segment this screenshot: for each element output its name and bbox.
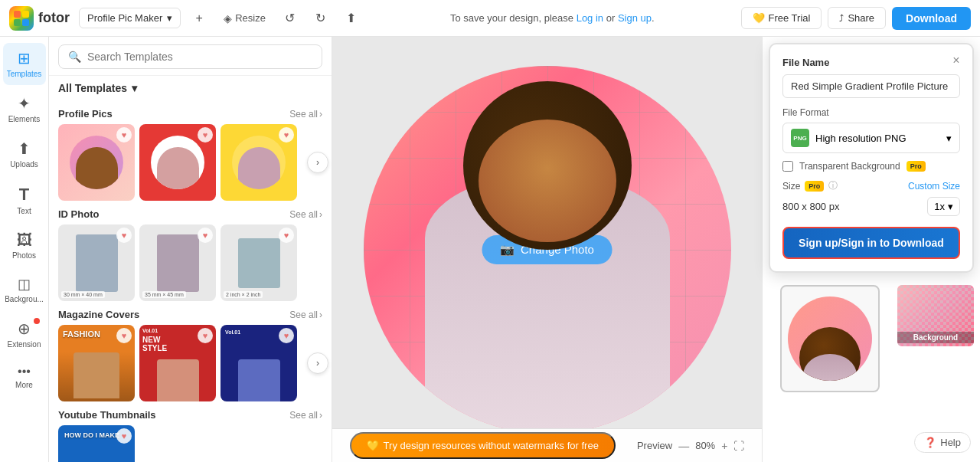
size-value: 800 x 800 px bbox=[782, 201, 839, 212]
sidebar-item-extension[interactable]: ⊕ Extension bbox=[3, 313, 46, 356]
favorite-icon[interactable]: ♥ bbox=[279, 328, 294, 343]
transparent-bg-row: Transparent Background Pro bbox=[782, 161, 960, 172]
download-dialog: × File Name File Format PNG High resolut… bbox=[769, 43, 974, 273]
favorite-icon[interactable]: ♥ bbox=[198, 328, 213, 343]
preview-card bbox=[780, 285, 880, 392]
redo-button[interactable]: ↻ bbox=[309, 6, 333, 31]
favorite-icon[interactable]: ♥ bbox=[116, 127, 132, 143]
sidebar-item-photos[interactable]: 🖼 Photos bbox=[3, 225, 46, 267]
free-trial-button[interactable]: 💛 Free Trial bbox=[741, 7, 822, 29]
size-pro-badge: Pro bbox=[805, 181, 824, 192]
sidebar-item-templates[interactable]: ⊞ Templates bbox=[3, 43, 46, 85]
profile-pics-grid: ♥ ♥ ♥ › bbox=[58, 124, 322, 201]
youtube-see-all[interactable]: See all › bbox=[289, 410, 322, 421]
next-magazine-button[interactable]: › bbox=[307, 352, 328, 374]
format-select[interactable]: PNG High resolution PNG ▾ bbox=[782, 123, 960, 153]
try-design-button[interactable]: 💛 Try design resources without watermark… bbox=[350, 432, 616, 459]
search-icon: 🔍 bbox=[68, 51, 81, 63]
favorite-icon[interactable]: ♥ bbox=[116, 428, 132, 444]
id-photo-title: ID Photo bbox=[58, 208, 99, 220]
profile-pics-see-all[interactable]: See all › bbox=[289, 109, 322, 120]
template-thumb[interactable]: Vol.01 NEWSTYLE ♥ bbox=[139, 325, 216, 401]
sidebar-item-label: Photos bbox=[12, 251, 36, 260]
extension-icon: ⊕ bbox=[18, 319, 31, 338]
id-photo-see-all[interactable]: See all › bbox=[289, 209, 322, 220]
add-button[interactable]: + bbox=[187, 6, 211, 31]
resize-button[interactable]: ◈ Resize bbox=[217, 6, 272, 31]
next-profile-pics-button[interactable]: › bbox=[307, 152, 328, 173]
sidebar-item-background[interactable]: ◫ Backgrou... bbox=[3, 270, 46, 310]
sidebar-item-uploads[interactable]: ⬆ Uploads bbox=[3, 133, 46, 175]
template-thumb[interactable]: ♥ bbox=[139, 124, 216, 201]
file-name-label: File Name bbox=[782, 57, 960, 68]
sidebar-item-label: More bbox=[15, 381, 33, 390]
id-size-label: 2 inch × 2 inch bbox=[224, 291, 263, 298]
favorite-icon[interactable]: ♥ bbox=[198, 127, 213, 143]
tool-selector[interactable]: Profile Pic Maker ▾ bbox=[79, 8, 181, 28]
search-input[interactable] bbox=[87, 51, 312, 63]
sidebar-item-text[interactable]: T Text bbox=[3, 179, 46, 222]
signup-link[interactable]: Sign up bbox=[618, 12, 652, 24]
sidebar-item-label: Uploads bbox=[10, 160, 38, 169]
sidebar-item-label: Text bbox=[17, 207, 31, 216]
custom-size-link[interactable]: Custom Size bbox=[908, 181, 960, 192]
all-templates-header[interactable]: All Templates ▾ bbox=[49, 76, 332, 97]
help-button[interactable]: ❓ Help bbox=[914, 432, 971, 453]
template-thumb[interactable]: ♥ bbox=[58, 124, 135, 201]
templates-scroll: Profile Pics See all › ♥ ♥ bbox=[49, 97, 332, 462]
favorite-icon[interactable]: ♥ bbox=[279, 228, 294, 243]
zoom-out-button[interactable]: — bbox=[678, 440, 689, 452]
cloud-upload-icon: ⬆ bbox=[346, 11, 356, 25]
templates-panel: 🔍 All Templates ▾ Profile Pics See all › bbox=[49, 37, 332, 462]
background-label: Background bbox=[897, 332, 974, 343]
magazine-see-all[interactable]: See all › bbox=[289, 310, 322, 320]
template-thumb[interactable]: ♥ bbox=[220, 124, 297, 201]
magazine-grid: FASHION ♥ Vol.01 NEWSTYLE ♥ Vol.01 bbox=[58, 325, 322, 401]
size-row: Size Pro ⓘ Custom Size bbox=[782, 179, 960, 192]
download-button[interactable]: Download bbox=[892, 7, 971, 30]
chevron-down-icon: ▾ bbox=[946, 133, 952, 144]
logo-area[interactable]: fotor bbox=[9, 6, 70, 31]
sidebar-item-more[interactable]: ••• More bbox=[3, 359, 46, 396]
undo-button[interactable]: ↺ bbox=[278, 6, 302, 31]
favorite-icon[interactable]: ♥ bbox=[116, 228, 132, 243]
template-thumb[interactable]: HOW DO I MAKE ♥ bbox=[58, 425, 135, 462]
favorite-icon[interactable]: ♥ bbox=[116, 328, 132, 343]
transparent-bg-label: Transparent Background bbox=[799, 161, 900, 172]
youtube-grid: HOW DO I MAKE ♥ bbox=[58, 425, 322, 462]
file-name-input[interactable] bbox=[782, 74, 960, 98]
zoom-in-button[interactable]: + bbox=[721, 440, 727, 452]
scale-select[interactable]: 1x ▾ bbox=[927, 197, 960, 216]
sidebar-item-elements[interactable]: ✦ Elements bbox=[3, 88, 46, 130]
fullscreen-button[interactable]: ⛶ bbox=[733, 440, 744, 452]
favorite-icon[interactable]: ♥ bbox=[279, 127, 294, 143]
uploads-icon: ⬆ bbox=[18, 139, 31, 158]
template-thumb[interactable]: ♥ 35 mm × 45 mm bbox=[139, 224, 216, 301]
share-icon: ⤴ bbox=[839, 13, 844, 24]
magazine-title: Magazine Covers bbox=[58, 309, 139, 320]
sidebar-item-label: Templates bbox=[7, 70, 42, 79]
undo-icon: ↺ bbox=[285, 11, 295, 25]
search-input-wrap[interactable]: 🔍 bbox=[58, 44, 322, 69]
share-button[interactable]: ⤴ Share bbox=[828, 7, 886, 29]
sidebar-item-label: Backgrou... bbox=[5, 295, 44, 304]
preview-row: Background bbox=[769, 285, 974, 392]
template-thumb[interactable]: ♥ 30 mm × 40 mm bbox=[58, 224, 135, 301]
sign-in-download-button[interactable]: Sign up/Sign in to Download bbox=[782, 227, 960, 259]
preview-circle bbox=[788, 297, 872, 381]
id-photo-section-header: ID Photo See all › bbox=[58, 208, 322, 220]
close-icon: × bbox=[952, 54, 959, 67]
logo-text: fotor bbox=[38, 10, 70, 26]
template-thumb[interactable]: FASHION ♥ bbox=[58, 325, 135, 401]
login-link[interactable]: Log in bbox=[577, 12, 603, 24]
upload-cloud-button[interactable]: ⬆ bbox=[339, 6, 364, 31]
background-icon: ◫ bbox=[18, 276, 31, 293]
resize-icon: ◈ bbox=[224, 12, 232, 25]
redo-icon: ↻ bbox=[315, 11, 325, 25]
favorite-icon[interactable]: ♥ bbox=[198, 228, 213, 243]
plus-icon: + bbox=[196, 11, 203, 25]
template-thumb[interactable]: ♥ 2 inch × 2 inch bbox=[220, 224, 297, 301]
template-thumb[interactable]: Vol.01 ♥ bbox=[220, 325, 297, 401]
close-dialog-button[interactable]: × bbox=[948, 52, 965, 69]
transparent-bg-checkbox[interactable] bbox=[782, 161, 793, 172]
